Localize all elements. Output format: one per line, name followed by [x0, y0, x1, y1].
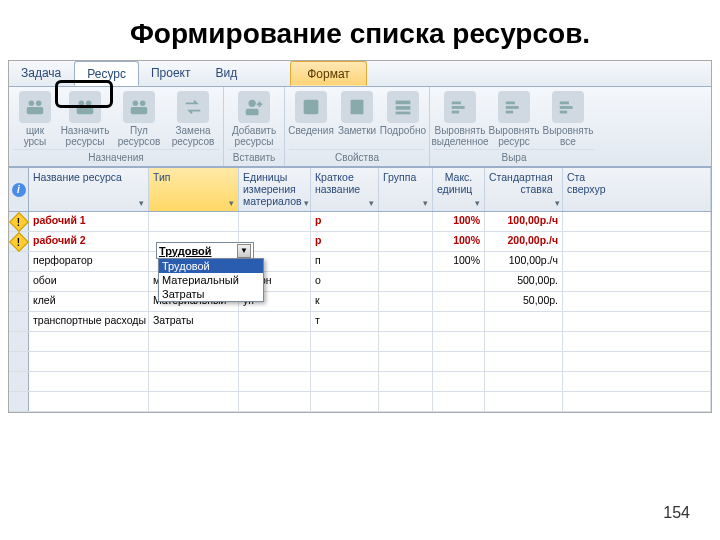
cell-name[interactable]: клей	[29, 292, 149, 311]
svg-rect-21	[506, 111, 513, 114]
header-indicator[interactable]: i	[9, 168, 29, 211]
cell-short[interactable]: о	[311, 272, 379, 291]
cell-name[interactable]: рабочий 2	[29, 232, 149, 251]
cell-over[interactable]	[563, 212, 711, 231]
cell-group[interactable]	[379, 272, 433, 291]
tab-task[interactable]: Задача	[9, 61, 74, 86]
cell-rate[interactable]: 100,00р./ч	[485, 212, 563, 231]
cell-short[interactable]: т	[311, 312, 379, 331]
btn-notes[interactable]: Заметки	[335, 89, 379, 136]
cell-group[interactable]	[379, 252, 433, 271]
tab-resource[interactable]: Ресурс	[74, 61, 139, 86]
btn-team-planner[interactable]: щик урсы	[13, 89, 57, 147]
tab-format[interactable]: Формат	[290, 61, 367, 86]
tab-project[interactable]: Проект	[139, 61, 204, 86]
empty-row[interactable]	[9, 392, 711, 412]
cell-group[interactable]	[379, 312, 433, 331]
svg-rect-16	[452, 102, 461, 105]
header-short[interactable]: Краткое название▾	[311, 168, 379, 211]
btn-add-resources[interactable]: Добавить ресурсы	[228, 89, 280, 147]
cell-rate[interactable]: 50,00р.	[485, 292, 563, 311]
btn-information[interactable]: Сведения	[289, 89, 333, 136]
cell-name[interactable]: рабочий 1	[29, 212, 149, 231]
cell-rate[interactable]: 200,00р./ч	[485, 232, 563, 251]
btn-resource-pool[interactable]: Пул ресурсов	[113, 89, 165, 147]
type-dropdown-trigger[interactable]: Трудовой ▼	[156, 242, 254, 259]
cell-type[interactable]	[149, 212, 239, 231]
table-row[interactable]: транспортные расходыЗатратыт	[9, 312, 711, 332]
type-dropdown-list: Трудовой Материальный Затраты	[158, 258, 264, 302]
header-rate[interactable]: Стандартная ставка▾	[485, 168, 563, 211]
btn-details[interactable]: Подробно	[381, 89, 425, 136]
sort-arrow-icon: ▾	[229, 198, 234, 208]
tab-view[interactable]: Вид	[204, 61, 251, 86]
level-icon	[444, 91, 476, 123]
cell-group[interactable]	[379, 212, 433, 231]
cell-group[interactable]	[379, 232, 433, 251]
header-overtime[interactable]: Ста сверхур	[563, 168, 711, 211]
header-max[interactable]: Макс. единиц▾	[433, 168, 485, 211]
table-row[interactable]: перфораторп100%100,00р./ч	[9, 252, 711, 272]
cell-max[interactable]: 100%	[433, 212, 485, 231]
level-icon	[498, 91, 530, 123]
empty-row[interactable]	[9, 352, 711, 372]
cell-over[interactable]	[563, 232, 711, 251]
svg-rect-17	[452, 106, 465, 109]
table-row[interactable]: !рабочий 1р100%100,00р./ч	[9, 212, 711, 232]
header-name[interactable]: Название ресурса▾	[29, 168, 149, 211]
btn-assign-resources[interactable]: Назначить ресурсы	[59, 89, 111, 147]
cell-short[interactable]: р	[311, 212, 379, 231]
cell-max[interactable]	[433, 312, 485, 331]
btn-level-all[interactable]: Выровнять все	[542, 89, 594, 147]
cell-max[interactable]: 100%	[433, 232, 485, 251]
cell-name[interactable]: перфоратор	[29, 252, 149, 271]
header-unit[interactable]: Единицы измерения материалов▾	[239, 168, 311, 211]
cell-short[interactable]: р	[311, 232, 379, 251]
svg-rect-14	[396, 106, 411, 110]
warning-icon: !	[9, 232, 29, 252]
group-label-insert: Вставить	[228, 149, 280, 166]
dropdown-option[interactable]: Материальный	[159, 273, 263, 287]
cell-name[interactable]: обои	[29, 272, 149, 291]
table-row[interactable]: !рабочий 2р100%200,00р./ч	[9, 232, 711, 252]
cell-rate[interactable]	[485, 312, 563, 331]
dropdown-option[interactable]: Трудовой	[159, 259, 263, 273]
svg-point-9	[249, 100, 256, 107]
dropdown-option[interactable]: Затраты	[159, 287, 263, 301]
group-assignments: щик урсы Назначить ресурсы Пул ресурсов …	[9, 87, 224, 166]
table-row[interactable]: обоиматериальныйрулоно500,00р.	[9, 272, 711, 292]
sort-arrow-icon: ▾	[139, 198, 144, 208]
cell-rate[interactable]: 500,00р.	[485, 272, 563, 291]
btn-level-resource[interactable]: Выровнять ресурс	[488, 89, 540, 147]
cell-over[interactable]	[563, 292, 711, 311]
cell-unit[interactable]	[239, 212, 311, 231]
cell-group[interactable]	[379, 292, 433, 311]
cell-max[interactable]	[433, 292, 485, 311]
cell-type[interactable]: Затраты	[149, 312, 239, 331]
cell-unit[interactable]	[239, 312, 311, 331]
cell-name[interactable]: транспортные расходы	[29, 312, 149, 331]
cell-short[interactable]: п	[311, 252, 379, 271]
cell-over[interactable]	[563, 272, 711, 291]
level-icon	[552, 91, 584, 123]
btn-replace-resources[interactable]: Замена ресурсов	[167, 89, 219, 147]
svg-rect-12	[351, 100, 364, 115]
details-icon	[387, 91, 419, 123]
warning-icon: !	[9, 212, 29, 232]
cell-over[interactable]	[563, 312, 711, 331]
empty-row[interactable]	[9, 372, 711, 392]
chevron-down-icon: ▼	[237, 244, 251, 258]
cell-max[interactable]	[433, 272, 485, 291]
header-group[interactable]: Группа▾	[379, 168, 433, 211]
cell-rate[interactable]: 100,00р./ч	[485, 252, 563, 271]
btn-level-selection[interactable]: Выровнять выделенное	[434, 89, 486, 147]
group-label-properties: Свойства	[289, 149, 425, 166]
cell-over[interactable]	[563, 252, 711, 271]
header-type[interactable]: Тип▾	[149, 168, 239, 211]
svg-point-7	[140, 101, 146, 107]
cell-short[interactable]: к	[311, 292, 379, 311]
empty-row[interactable]	[9, 332, 711, 352]
cell-max[interactable]: 100%	[433, 252, 485, 271]
table-row[interactable]: клейМатериальныйупк50,00р.	[9, 292, 711, 312]
ribbon-tabs: Задача Ресурс Проект Вид Формат	[9, 61, 711, 87]
